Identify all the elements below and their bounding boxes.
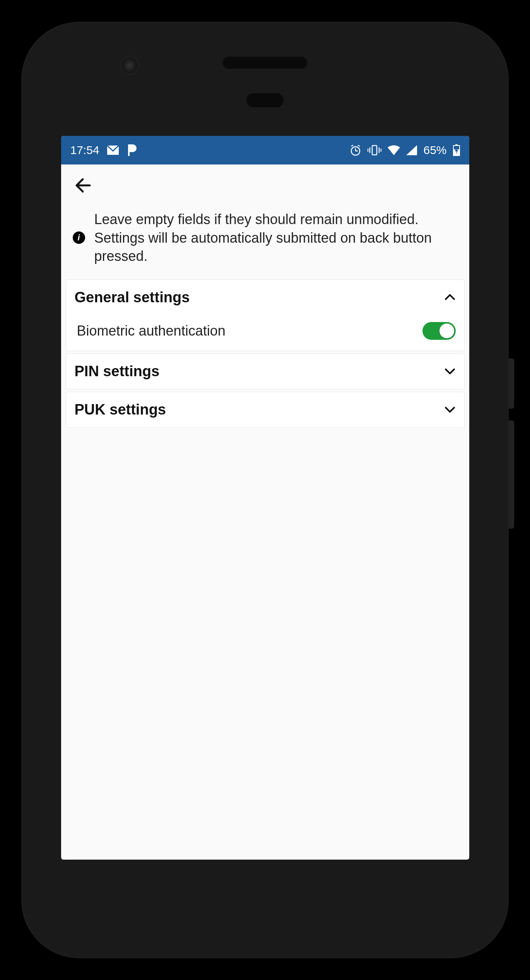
- mail-icon: [107, 146, 119, 155]
- battery-charging-icon: [453, 144, 460, 156]
- svg-line-4: [351, 145, 353, 146]
- section-general: General settings Biometric authenticatio…: [66, 279, 465, 351]
- back-button[interactable]: [71, 174, 94, 197]
- battery-percent: 65%: [423, 144, 446, 157]
- row-biometric: Biometric authentication: [66, 315, 464, 351]
- info-banner: i Leave empty fields if they should rema…: [61, 206, 469, 277]
- section-pin: PIN settings: [66, 353, 465, 389]
- section-puk-title: PUK settings: [75, 401, 166, 418]
- front-camera: [120, 56, 139, 75]
- info-icon: i: [73, 231, 85, 244]
- app-content: i Leave empty fields if they should rema…: [61, 164, 469, 428]
- section-general-title: General settings: [75, 289, 190, 306]
- info-text: Leave empty fields if they should remain…: [94, 210, 458, 266]
- biometric-toggle[interactable]: [422, 322, 456, 340]
- phone-frame: 17:54: [21, 22, 509, 958]
- wifi-icon: [388, 145, 400, 155]
- chevron-up-icon: [444, 291, 456, 303]
- section-puk: PUK settings: [66, 392, 465, 428]
- section-pin-header[interactable]: PIN settings: [66, 354, 464, 389]
- biometric-label: Biometric authentication: [77, 323, 226, 339]
- power-button: [509, 358, 514, 409]
- chevron-down-icon: [444, 365, 456, 377]
- screen: 17:54: [61, 136, 469, 860]
- alarm-icon: [350, 144, 361, 156]
- app-notification-icon: [127, 144, 137, 156]
- toggle-knob: [439, 324, 454, 338]
- sensor-pill: [246, 93, 284, 107]
- status-time: 17:54: [70, 144, 99, 157]
- earpiece-speaker: [222, 57, 308, 69]
- chevron-down-icon: [444, 404, 456, 415]
- app-bar: [61, 164, 469, 206]
- vibrate-icon: [368, 145, 381, 156]
- section-general-header[interactable]: General settings: [66, 280, 464, 315]
- volume-buttons: [509, 420, 514, 529]
- section-pin-title: PIN settings: [75, 363, 160, 380]
- section-puk-header[interactable]: PUK settings: [66, 392, 464, 427]
- cell-signal-icon: [406, 145, 417, 155]
- svg-line-5: [358, 145, 360, 146]
- status-bar: 17:54: [61, 136, 469, 164]
- svg-rect-6: [372, 146, 377, 155]
